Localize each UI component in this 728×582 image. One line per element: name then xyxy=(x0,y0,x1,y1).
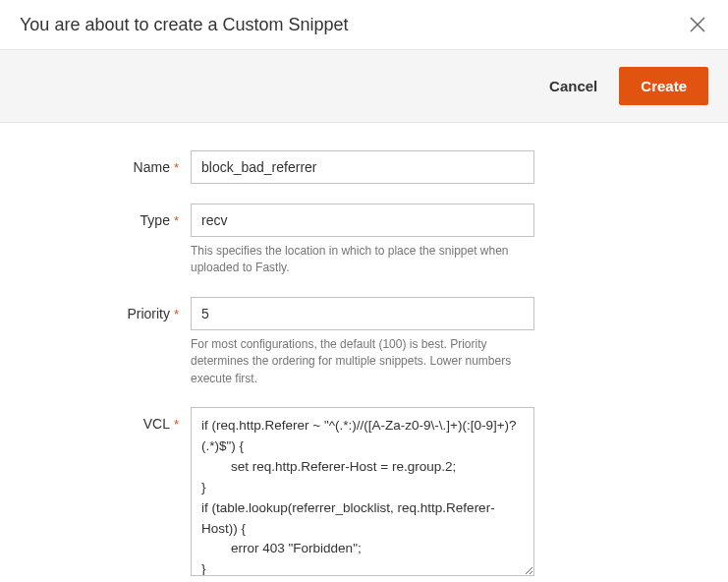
form-container: Name* Type* This specifies the location … xyxy=(0,123,728,580)
action-bar: Cancel Create xyxy=(0,49,728,123)
priority-input[interactable] xyxy=(191,297,534,330)
type-input[interactable] xyxy=(191,204,534,237)
name-label: Name xyxy=(134,159,170,175)
close-icon[interactable] xyxy=(687,14,708,35)
type-help-text: This specifies the location in which to … xyxy=(191,243,534,277)
form-row-vcl: VCL* xyxy=(0,407,728,580)
required-mark: * xyxy=(174,417,179,432)
priority-label: Priority xyxy=(127,306,170,321)
form-row-priority: Priority* For most configurations, the d… xyxy=(0,297,728,387)
required-mark: * xyxy=(174,213,179,228)
create-button[interactable]: Create xyxy=(619,67,708,105)
name-input[interactable] xyxy=(191,150,534,184)
vcl-textarea[interactable] xyxy=(191,407,534,576)
dialog-title: You are about to create a Custom Snippet xyxy=(20,15,349,35)
type-label: Type xyxy=(140,212,170,228)
cancel-button[interactable]: Cancel xyxy=(543,70,603,102)
required-mark: * xyxy=(174,307,179,321)
vcl-label: VCL xyxy=(143,416,170,432)
dialog-header: You are about to create a Custom Snippet xyxy=(0,0,728,49)
priority-help-text: For most configurations, the default (10… xyxy=(191,336,534,387)
required-mark: * xyxy=(174,160,179,175)
form-row-type: Type* This specifies the location in whi… xyxy=(0,204,728,277)
form-row-name: Name* xyxy=(0,150,728,184)
